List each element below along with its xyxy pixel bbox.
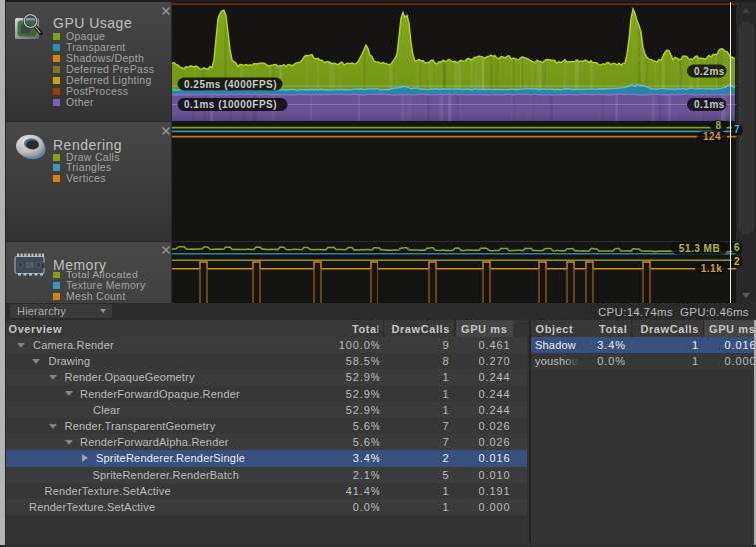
svg-text:0.1ms (10000FPS): 0.1ms (10000FPS)	[184, 99, 277, 110]
svg-text:6: 6	[734, 242, 740, 253]
svg-text:0.25ms (4000FPS): 0.25ms (4000FPS)	[184, 79, 277, 90]
svg-text:51.3 MB: 51.3 MB	[679, 243, 720, 254]
svg-text:0.1ms: 0.1ms	[694, 99, 725, 110]
svg-text:7: 7	[734, 124, 740, 135]
svg-text:1.1k: 1.1k	[701, 263, 722, 274]
svg-text:8: 8	[715, 120, 721, 131]
svg-text:2: 2	[734, 256, 740, 267]
svg-text:0.2ms: 0.2ms	[694, 66, 725, 77]
svg-text:124: 124	[703, 131, 721, 142]
